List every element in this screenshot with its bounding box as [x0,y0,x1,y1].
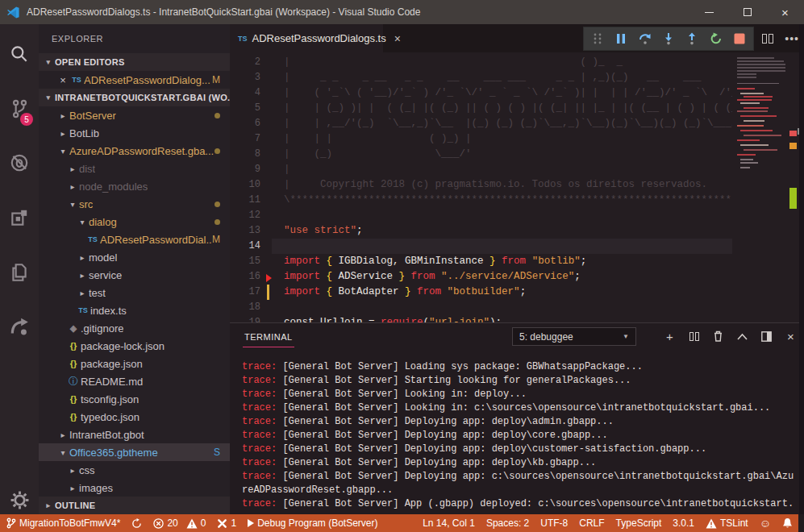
item-label: package.json [81,358,143,370]
documents-icon[interactable] [0,256,39,289]
close-panel-icon[interactable]: × [784,330,798,343]
json-file-icon: {} [66,341,81,351]
section-intranetbotquickstart-gbai-wo[interactable]: ▾INTRANETBOTQUICKSTART.GBAI (WO... [39,89,230,106]
terminal-output[interactable]: trace: [General Bot Server] Loading sys … [242,360,799,525]
twistie-icon: ▾ [42,94,55,102]
step-over-button[interactable] [636,30,653,48]
eol-status[interactable]: CRLF [579,517,604,529]
code-line-14: 14 [230,239,804,254]
tree-item-src[interactable]: ▾src [39,195,230,213]
tree-item-index-ts[interactable]: TSindex.ts [39,301,230,319]
tree-item-typedoc-json[interactable]: {}typedoc.json [39,408,230,426]
problems-status[interactable]: 20 0 [153,517,206,529]
more-actions-icon[interactable]: ••• [785,32,799,45]
maximize-panel-icon[interactable] [735,330,749,343]
debug-icon[interactable] [0,147,39,179]
line-number: 6 [230,116,272,131]
line-text: import { ADService } from "../service/AD… [272,269,581,285]
debug-drag-handle[interactable] [589,30,606,48]
terminal-session-select[interactable]: 5: debuggee ▼ [512,327,636,346]
close-button[interactable]: × [766,0,804,24]
stop-button[interactable] [731,30,748,48]
line-number: 9 [230,162,272,177]
kill-terminal-icon[interactable] [711,330,725,343]
line-text: | ( '_`\ ( '__)/'_` ) /'_ `\/' _ ` _ `\ … [272,85,750,101]
section-outline[interactable]: ▸OUTLINE [39,497,230,514]
git-branch-status[interactable]: MigrationToBotFmwV4* [6,517,120,529]
tslint-status[interactable]: TSLint [706,517,748,529]
minimap-line [740,144,769,146]
publish-icon[interactable] [0,311,39,343]
tree-item-test[interactable]: ▸test [39,284,230,301]
code-line-17: 17import { BotAdapter } from "botbuilder… [230,285,804,300]
restart-button[interactable] [707,30,724,48]
code-line-8: 8| (_) \___/' [230,147,804,162]
tool-issues-status[interactable]: 1 [217,517,236,529]
minimap[interactable] [732,52,789,322]
line-text: | | | ( )_) | [272,131,472,147]
extensions-icon[interactable] [0,202,39,234]
tree-item-service[interactable]: ▸service [39,266,230,284]
settings-gear-icon[interactable] [0,484,39,516]
twistie-icon: ▸ [66,182,79,191]
tools-icon [217,518,227,529]
tab-terminal[interactable]: TERMINAL [243,326,294,347]
vscode-window: ADResetPasswordDialogs.ts - IntranetBotQ… [0,0,804,532]
debug-program-status[interactable]: Debug Program (BotServer) [248,517,377,529]
pause-button[interactable] [612,30,629,48]
tree-item-adresetpassworddial[interactable]: TSADResetPasswordDial...M [39,231,230,248]
tree-item-node-modules[interactable]: ▸node_modules [39,177,230,195]
code-editor[interactable]: 2| ( )_ _3| _ _ _ __ _ _ __ ___ ___ _ _ … [230,52,804,322]
feedback-smiley[interactable]: ☺ [760,517,771,530]
json-file-icon: {} [66,359,81,368]
split-editor-icon[interactable] [762,34,773,44]
code-line-4: 4| ( '_`\ ( '__)/'_` ) /'_ `\/' _ ` _ `\… [230,85,804,101]
maximize-button[interactable] [728,0,766,24]
encoding-status[interactable]: UTF-8 [540,517,568,529]
indentation-status[interactable]: Spaces: 2 [486,517,529,529]
search-icon[interactable] [0,38,39,70]
line-text [272,208,284,223]
step-out-button[interactable] [684,30,701,48]
section-open-editors[interactable]: ▾OPEN EDITORS [39,53,230,71]
line-text: | [272,162,290,177]
tree-item-botserver[interactable]: ▸BotServer [39,106,230,124]
tree-item-dist[interactable]: ▸dist [39,160,230,177]
item-label: test [89,287,106,299]
tree-item-intranetbot-gbot[interactable]: ▸IntranetBot.gbot [39,426,230,443]
trace-label: trace: [242,443,277,455]
sync-status[interactable] [131,518,142,529]
editor-area: TS ADResetPasswordDialogs.ts × [230,24,804,322]
tree-item-model[interactable]: ▸model [39,248,230,266]
terminal-line-8: trace: [General Bot Server] Deploying ap… [242,456,799,470]
tab-close-icon[interactable]: × [394,32,401,45]
notifications-bell[interactable] [782,517,793,529]
source-control-icon[interactable]: 5 [0,93,39,125]
line-number: 5 [230,101,272,116]
tree-item-adresetpassworddialog[interactable]: ×TSADResetPasswordDialog...M [39,71,230,89]
file-tree: ▾OPEN EDITORS×TSADResetPasswordDialog...… [39,53,230,514]
minimize-button[interactable] [690,0,728,24]
line-number: 18 [230,300,272,315]
tree-item-readme-md[interactable]: ⓘREADME.md [39,372,230,390]
tree-item-botlib[interactable]: ▸BotLib [39,124,230,142]
tree-item-css[interactable]: ▸css [39,461,230,479]
item-label: README.md [81,376,143,388]
tree-item-dialog[interactable]: ▾dialog [39,213,230,231]
tree-item-gitignore[interactable]: ◈.gitignore [39,319,230,337]
line-text: | _ _ _ __ _ _ __ ___ ___ _ _ | ,_)(_) _… [272,70,744,85]
tree-item-package-lock-json[interactable]: {}package-lock.json [39,337,230,355]
new-terminal-icon[interactable]: + [663,330,677,343]
tab-adresetpassworddialogs[interactable]: TS ADResetPasswordDialogs.ts × [230,24,383,52]
language-mode-status[interactable]: TypeScript [616,517,662,529]
tree-item-tsconfig-json[interactable]: {}tsconfig.json [39,390,230,408]
split-terminal-icon[interactable] [687,330,701,343]
panel-layout-icon[interactable] [760,330,773,343]
cursor-position-status[interactable]: Ln 14, Col 1 [423,517,475,529]
tree-item-office365-gbtheme[interactable]: ▾Office365.gbthemeS [39,443,230,461]
typescript-version-status[interactable]: 3.0.1 [673,517,694,529]
step-into-button[interactable] [660,30,677,48]
tree-item-images[interactable]: ▸images [39,479,230,497]
tree-item-azureadpasswordreset-gba[interactable]: ▾AzureADPasswordReset.gba... [39,142,230,160]
tree-item-package-json[interactable]: {}package.json [39,355,230,372]
